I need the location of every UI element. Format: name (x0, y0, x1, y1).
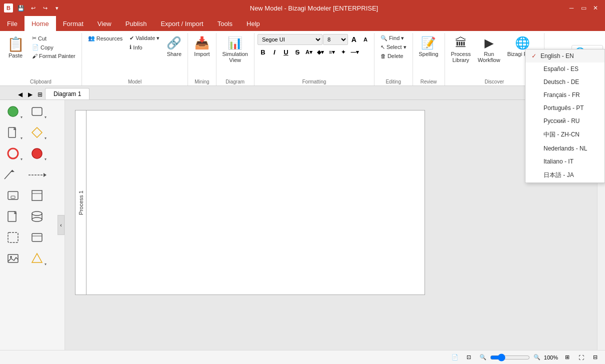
editing-label: Editing (374, 79, 412, 84)
find-button[interactable]: 🔍Find ▾ (378, 34, 410, 42)
menu-help[interactable]: Help (240, 16, 267, 31)
paste-button[interactable]: 📋 Paste (3, 34, 28, 60)
database-tool[interactable] (26, 207, 48, 226)
task-tool[interactable]: ▾ (26, 102, 48, 121)
pool-tool[interactable] (26, 186, 48, 205)
bold-btn[interactable]: B (258, 46, 268, 58)
menu-view[interactable]: View (90, 16, 118, 31)
run-workflow-button[interactable]: ▶ Run Workflow (474, 34, 503, 65)
fit-page-btn[interactable]: ⊡ (464, 352, 474, 362)
close-btn[interactable]: ✕ (590, 2, 601, 14)
align-btn[interactable]: ≡▾ (326, 46, 338, 58)
sequence-flow-tool[interactable] (2, 165, 24, 184)
undo-quick-btn[interactable]: ↩ (28, 3, 38, 13)
strikethrough-btn[interactable]: S (292, 46, 303, 58)
toolbar-collapse-btn[interactable]: ‹ (58, 215, 64, 235)
resources-button[interactable]: 👥Resources (85, 34, 126, 42)
restore-btn[interactable]: ▭ (578, 2, 589, 14)
font-color-btn[interactable]: A▾ (304, 46, 314, 58)
font-size-select[interactable]: 8 (323, 34, 348, 45)
intermediate-event-tool[interactable]: ▾ (26, 144, 48, 163)
fill-color-btn[interactable]: ◆▾ (315, 46, 326, 58)
lang-option-fr[interactable]: Français - FR (526, 88, 604, 102)
mining-items: 📥 Import (191, 34, 212, 84)
zoom-in-btn[interactable]: 🔍 (532, 352, 542, 362)
svg-rect-14 (8, 212, 16, 222)
italic-btn[interactable]: I (269, 46, 280, 58)
redo-quick-btn[interactable]: ↪ (40, 3, 50, 13)
share-button[interactable]: 🔗 Share (164, 34, 184, 59)
image-tool[interactable] (2, 249, 24, 268)
canvas-area[interactable]: Process 1 (65, 100, 597, 350)
review-items: 📝 Spelling (416, 34, 442, 84)
tool-row-7 (2, 228, 62, 247)
group-tool[interactable] (2, 228, 24, 247)
svg-rect-12 (32, 190, 42, 200)
gateway-tool[interactable]: ▾ (26, 123, 48, 142)
spelling-button[interactable]: 📝 Spelling (416, 34, 442, 59)
fullscreen-btn[interactable]: ⛶ (576, 352, 586, 362)
end-event-tool[interactable]: ▾ (2, 144, 24, 163)
formatting-label: Formatting (254, 79, 374, 84)
subprocess-tool[interactable] (2, 186, 24, 205)
layout-btn[interactable]: ⊟ (590, 352, 600, 362)
lang-option-de[interactable]: Deutsch - DE (526, 76, 604, 88)
menu-publish[interactable]: Publish (118, 16, 154, 31)
menu-format[interactable]: Format (56, 16, 90, 31)
tool-row-2: ▾ ▾ (2, 123, 62, 142)
artifact-tool[interactable]: ▾ (26, 249, 48, 268)
menu-file[interactable]: File (0, 16, 24, 31)
process-library-button[interactable]: 🏛 Process Library (448, 34, 474, 65)
mining-label: Mining (188, 79, 216, 84)
lang-option-nl[interactable]: Nederlands - NL (526, 142, 604, 155)
line-color-btn[interactable]: —▾ (350, 46, 360, 58)
zoom-slider[interactable] (490, 354, 530, 362)
import-button[interactable]: 📥 Import (191, 34, 212, 59)
font-family-select[interactable]: Segoe UI (258, 34, 322, 45)
tab-nav-right[interactable]: ▶ (25, 90, 35, 100)
underline-btn[interactable]: U (280, 46, 292, 58)
ribbon-group-mining: 📥 Import Mining (188, 33, 216, 86)
lang-option-es[interactable]: Español - ES (526, 62, 604, 76)
data-object-tool[interactable]: ▾ (2, 123, 24, 142)
tab-nav-left[interactable]: ◀ (15, 90, 25, 100)
font-row: Segoe UI 8 A A (258, 34, 371, 45)
lang-option-ja[interactable]: 日本語 - JA (526, 168, 604, 182)
note-tool[interactable] (2, 207, 24, 226)
select-button[interactable]: ↖Select ▾ (378, 43, 410, 52)
font-shrink-btn[interactable]: A (360, 34, 371, 45)
format-painter-button[interactable]: 🖌Format Painter (29, 52, 78, 60)
lang-option-pt[interactable]: Português - PT (526, 102, 604, 114)
start-event-tool[interactable]: ▾ (2, 102, 24, 121)
font-grow-btn[interactable]: A (348, 34, 360, 45)
tool-row-4 (2, 165, 62, 184)
zoom-out-btn[interactable]: 🔍 (478, 352, 488, 362)
lang-option-ru[interactable]: Русский - RU (526, 114, 604, 128)
copy-button[interactable]: 📄Copy (29, 43, 78, 52)
menu-home[interactable]: Home (24, 16, 56, 31)
menu-bar: File Home Format View Publish Export / I… (0, 16, 605, 31)
model-label: Model (82, 79, 188, 84)
customize-quick-btn[interactable]: ▾ (52, 3, 62, 13)
lang-label-de: Deutsch - DE (544, 78, 579, 86)
minimize-btn[interactable]: ─ (566, 2, 577, 14)
delete-button[interactable]: 🗑Delete (378, 52, 410, 60)
validate-button[interactable]: ✔Validate ▾ (126, 34, 162, 42)
lang-option-en[interactable]: ✓ English - EN (526, 50, 604, 62)
cut-button[interactable]: ✂Cut (29, 34, 78, 42)
menu-tools[interactable]: Tools (210, 16, 240, 31)
clear-format-btn[interactable]: ✦ (338, 46, 349, 58)
page-mode-btn[interactable]: 📄 (450, 352, 460, 362)
message-flow-tool[interactable] (26, 165, 48, 184)
expanded-sub-tool[interactable] (26, 228, 48, 247)
fit-all-btn[interactable]: ⊞ (562, 352, 572, 362)
info-button[interactable]: ℹInfo (126, 43, 162, 52)
lang-option-it[interactable]: Italiano - IT (526, 155, 604, 168)
simulation-view-button[interactable]: 📊 Simulation View (220, 34, 251, 65)
lang-option-zh[interactable]: 中国 - ZH-CN (526, 128, 604, 142)
save-quick-btn[interactable]: 💾 (16, 3, 26, 13)
diagram-tab-1[interactable]: Diagram 1 (45, 88, 90, 100)
ribbon: 📋 Paste ✂Cut 📄Copy 🖌Format Painter Clipb… (0, 31, 605, 86)
tab-grid-btn[interactable]: ⊞ (35, 90, 45, 100)
menu-export-import[interactable]: Export / Import (154, 16, 210, 31)
